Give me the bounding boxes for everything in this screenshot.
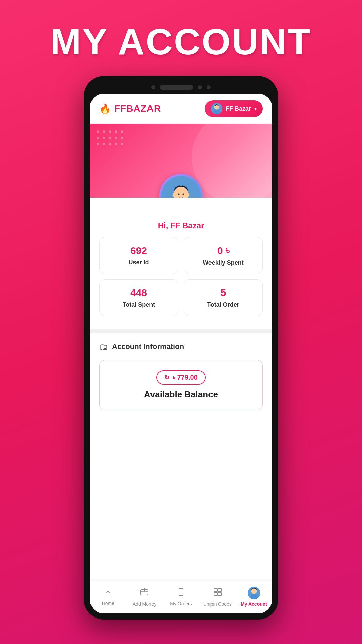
stat-card-total-spent: 448 Total Spent <box>99 279 178 316</box>
bottom-nav: ⌂ Home Add Money <box>90 581 272 613</box>
logo-icon: 🔥 <box>99 103 111 114</box>
notch-dot-far-right <box>207 85 211 89</box>
profile-avatar-wrapper <box>159 174 203 198</box>
nav-item-my-orders[interactable]: My Orders <box>166 587 196 606</box>
stats-grid: 692 User Id 0 ৳ Weeklly Spent 448 Total … <box>90 237 272 323</box>
phone-screen: 🔥 FFBAZAR FF Bazar ▾ <box>90 94 272 613</box>
stat-label-total-spent: Total Spent <box>123 301 155 308</box>
svg-rect-13 <box>218 588 221 592</box>
nav-label-home: Home <box>102 601 114 606</box>
logo-text: FFBAZAR <box>114 103 161 114</box>
svg-point-4 <box>178 194 180 195</box>
refresh-icon: ↻ <box>164 374 169 381</box>
home-icon: ⌂ <box>105 587 111 599</box>
user-label: FF Bazar <box>226 105 251 112</box>
svg-point-1 <box>213 110 220 114</box>
svg-point-6 <box>173 193 175 197</box>
account-info-section: 🗂 Account Information ↻ ৳ 779.00 Availab… <box>90 333 272 581</box>
stat-card-total-order: 5 Total Order <box>184 279 263 316</box>
profile-section: Hi, FF Bazar 692 User Id 0 ৳ Weeklly Spe… <box>90 198 272 329</box>
balance-amount: ৳ 779.00 <box>173 374 198 381</box>
notch-pill <box>160 85 193 90</box>
stat-label-total-order: Total Order <box>207 301 239 308</box>
notch-dot-right <box>198 85 202 89</box>
stat-card-weekly-spent: 0 ৳ Weeklly Spent <box>184 237 263 274</box>
unipin-codes-icon <box>213 587 223 599</box>
account-info-title: Account Information <box>112 342 184 351</box>
notch-dot-left <box>151 85 155 89</box>
account-info-icon: 🗂 <box>99 341 108 352</box>
stat-label-weekly-spent: Weeklly Spent <box>203 259 244 266</box>
svg-point-5 <box>183 194 184 195</box>
hero-bg-shape <box>192 124 272 198</box>
stat-value-total-spent: 448 <box>130 287 147 299</box>
profile-avatar-ring <box>159 174 203 198</box>
nav-label-my-account: My Account <box>241 601 267 607</box>
nav-label-unipin-codes: Unipin Codes <box>203 601 232 607</box>
nav-avatar-my-account <box>248 587 260 599</box>
my-orders-icon <box>176 587 186 599</box>
nav-item-home[interactable]: ⌂ Home <box>93 587 123 606</box>
svg-rect-15 <box>218 592 221 596</box>
stat-value-total-order: 5 <box>221 287 226 299</box>
chevron-down-icon: ▾ <box>254 106 257 111</box>
nav-item-my-account[interactable]: My Account <box>239 587 269 607</box>
svg-rect-14 <box>214 592 217 596</box>
add-money-icon <box>139 587 149 599</box>
stat-value-user-id: 692 <box>130 245 147 256</box>
page-title: MY ACCOUNT <box>50 20 311 63</box>
app-header: 🔥 FFBAZAR FF Bazar ▾ <box>90 94 272 124</box>
user-menu-button[interactable]: FF Bazar ▾ <box>205 100 263 117</box>
stat-value-weekly-spent: 0 ৳ <box>217 245 229 257</box>
nav-item-add-money[interactable]: Add Money <box>129 587 160 607</box>
balance-card: ↻ ৳ 779.00 Available Balance <box>99 360 263 410</box>
hero-bg-dots <box>97 130 123 145</box>
logo-area: 🔥 FFBAZAR <box>99 103 161 114</box>
phone-notch <box>90 82 272 94</box>
nav-label-add-money: Add Money <box>133 601 157 607</box>
stat-label-user-id: User Id <box>128 259 149 266</box>
svg-rect-12 <box>214 588 217 592</box>
section-title-row: 🗂 Account Information <box>99 341 263 352</box>
hero-banner <box>90 124 272 198</box>
section-divider <box>90 329 272 333</box>
nav-label-my-orders: My Orders <box>170 601 192 606</box>
profile-avatar-inner <box>161 176 201 198</box>
balance-label: Available Balance <box>144 389 218 400</box>
svg-point-16 <box>251 588 257 594</box>
balance-badge: ↻ ৳ 779.00 <box>156 370 206 385</box>
user-avatar-small <box>211 103 222 114</box>
svg-point-7 <box>187 193 190 197</box>
stat-card-user-id: 692 User Id <box>99 237 178 274</box>
nav-item-unipin-codes[interactable]: Unipin Codes <box>202 587 233 607</box>
greeting-text: Hi, FF Bazar <box>158 221 204 230</box>
phone-mockup: 🔥 FFBAZAR FF Bazar ▾ <box>84 76 278 620</box>
